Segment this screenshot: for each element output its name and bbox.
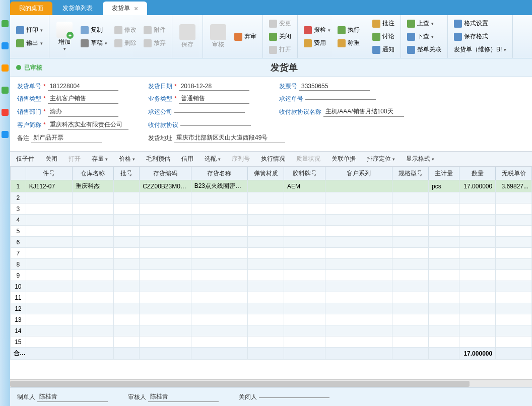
cost-button[interactable]: 费用 [302, 37, 332, 49]
rail-dot[interactable] [2, 109, 9, 116]
close-line-button[interactable]: 关闭 [43, 154, 59, 164]
table-row[interactable]: 5 [11, 226, 532, 237]
shipno-value[interactable]: 181228004 [48, 82, 118, 91]
export-button[interactable]: 输出▾ [14, 37, 45, 49]
notify-button[interactable]: 通知 [370, 44, 396, 56]
print-button[interactable]: 打印▾ [14, 24, 45, 36]
credit-button[interactable]: 信用 [179, 154, 195, 164]
rail-dot[interactable] [2, 42, 9, 49]
horizontal-scrollbar[interactable] [10, 379, 532, 387]
sortpos-button[interactable]: 排序定位 ▾ [365, 154, 397, 164]
upcheck-button[interactable]: 上查▾ [405, 18, 443, 30]
tab-shiplist[interactable]: 发货单列表 [53, 2, 102, 15]
tab-desktop[interactable]: 我的桌面 [10, 2, 52, 15]
delete-icon [114, 39, 122, 47]
maker-value: 陈桂青 [37, 392, 108, 402]
rail-dot[interactable] [2, 64, 9, 72]
seqno-button[interactable]: 序列号 [230, 154, 252, 164]
table-row[interactable]: 6 [11, 237, 532, 248]
rail-dot[interactable] [2, 87, 9, 94]
table-row[interactable]: 11 [11, 292, 532, 303]
formatset-button[interactable]: 格式设置 [452, 18, 508, 30]
save-button[interactable]: 保存 [176, 17, 198, 56]
dept-value[interactable]: 渝办 [48, 107, 118, 117]
biztype-value[interactable]: 普通销售 [179, 94, 249, 104]
chevron-down-icon: ▾ [392, 157, 395, 162]
payagree-value[interactable] [180, 124, 251, 126]
execute-button[interactable]: 执行 [336, 24, 362, 36]
open-button[interactable]: 打开 [267, 44, 293, 56]
table-row[interactable]: 4 [11, 215, 532, 226]
close-button[interactable]: 关闭 [267, 31, 293, 43]
linkdoc-button[interactable]: 关联单据 [329, 154, 358, 164]
shipdate-value[interactable]: 2018-12-28 [179, 82, 249, 91]
add-button[interactable]: + 增加 ▾ [53, 17, 76, 56]
table-row[interactable]: 1KJ112-07重庆科杰CZZ00B23M00...B23点火线圈密封圈AEM… [11, 180, 532, 192]
shipaddr-value[interactable]: 重庆市北部新区天山大道西段49号 [174, 133, 285, 143]
discuss-button[interactable]: 讨论 [370, 31, 396, 43]
delete-button[interactable]: 删除 [112, 37, 139, 49]
col-wh[interactable]: 仓库名称 [72, 167, 113, 180]
price-button[interactable]: 价格 ▾ [117, 154, 137, 164]
audit-button[interactable]: 审核 [207, 17, 229, 56]
copy-button[interactable]: 复制 [79, 24, 109, 36]
rownum-header[interactable] [11, 167, 26, 180]
abandon-button[interactable]: 弃审 [232, 31, 258, 43]
attach-button[interactable]: 附件 [142, 24, 168, 36]
discard-button[interactable]: 放弃 [142, 37, 168, 49]
table-row[interactable]: 9 [11, 270, 532, 281]
modify-button[interactable]: 修改 [112, 24, 139, 36]
col-qty[interactable]: 数量 [459, 167, 496, 180]
table-row[interactable]: 2 [11, 192, 532, 204]
onlypart-button[interactable]: 仅子件 [14, 154, 36, 164]
carrierno-value[interactable] [305, 98, 376, 100]
table-row[interactable]: 7 [11, 248, 532, 259]
col-name[interactable]: 存货名称 [191, 167, 248, 180]
table-row[interactable]: 13 [11, 314, 532, 325]
table-row[interactable]: 15 [11, 336, 532, 348]
inspect-button[interactable]: 报检▾ [302, 24, 332, 36]
col-partno[interactable]: 件号 [26, 167, 72, 180]
col-series[interactable]: 客户系列 [325, 167, 392, 180]
stock-button[interactable]: 存量 ▾ [90, 154, 110, 164]
draft-button[interactable]: 草稿▾ [79, 37, 109, 49]
col-batch[interactable]: 批号 [113, 167, 139, 180]
table-row[interactable]: 3 [11, 204, 532, 215]
table-row[interactable]: 8 [11, 259, 532, 270]
table-row[interactable]: 12 [11, 303, 532, 314]
quality-button[interactable]: 质量状况 [294, 154, 322, 164]
rail-dot[interactable] [2, 131, 9, 138]
scroll-thumb[interactable] [10, 381, 470, 387]
data-grid[interactable]: 件号 仓库名称 批号 存货编码 存货名称 弹簧材质 胶料牌号 客户系列 规格型号… [10, 167, 532, 379]
col-spec[interactable]: 规格型号 [392, 167, 429, 180]
match-button[interactable]: 选配 ▾ [203, 154, 223, 164]
margin-button[interactable]: 毛利预估 [144, 154, 172, 164]
change-button[interactable]: 变更 [267, 18, 293, 30]
invoice-value[interactable]: 33350655 [299, 82, 370, 91]
close-icon [269, 33, 277, 41]
table-row[interactable]: 14 [11, 325, 532, 336]
saveformat-button[interactable]: 保存格式 [452, 31, 508, 43]
carrier-value[interactable] [174, 111, 245, 113]
close-icon[interactable]: × [134, 5, 138, 13]
dispformat-button[interactable]: 显示格式 ▾ [404, 154, 436, 164]
table-row[interactable]: 10 [11, 281, 532, 292]
remark-value[interactable]: 新产品开票 [31, 133, 102, 143]
col-code[interactable]: 存货编码 [140, 167, 191, 180]
col-spring[interactable]: 弹簧材质 [248, 167, 284, 180]
cust-value[interactable]: 重庆科杰实业有限责任公司 [48, 120, 128, 130]
execstatus-button[interactable]: 执行情况 [259, 154, 287, 164]
linkall-button[interactable]: 整单关联 [405, 44, 443, 56]
downcheck-button[interactable]: 下查▾ [405, 31, 443, 43]
tab-shipdoc[interactable]: 发货单 × [103, 2, 147, 15]
rail-dot[interactable] [2, 20, 9, 27]
weigh-button[interactable]: 称重 [336, 37, 362, 49]
receipt-repair-button[interactable]: 发货单（维修）B!▾ [452, 44, 508, 56]
col-rubber[interactable]: 胶料牌号 [284, 167, 325, 180]
col-price[interactable]: 无税单价 [496, 167, 532, 180]
open-line-button[interactable]: 打开 [66, 154, 83, 164]
payname-value[interactable]: 主机/AAA/销售月结100天 [323, 107, 404, 117]
col-uom[interactable]: 主计量 [428, 167, 459, 180]
approve-button[interactable]: 批注 [370, 18, 396, 30]
saletype-value[interactable]: 主机客户销售 [48, 94, 118, 104]
